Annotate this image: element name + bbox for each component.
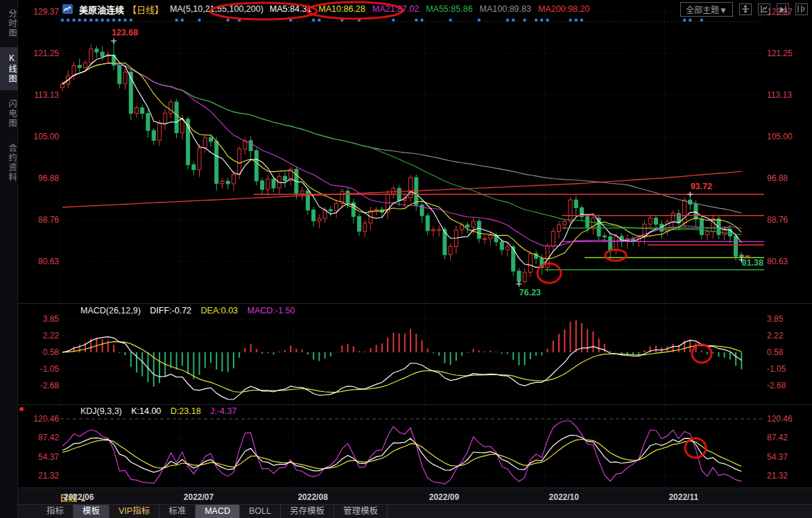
toolbar-tab-template[interactable]: 模板 [74, 505, 110, 518]
svg-text:80.63: 80.63 [767, 257, 788, 266]
svg-text:93.72: 93.72 [691, 182, 712, 191]
macd-histogram [68, 320, 741, 386]
svg-text:88.76: 88.76 [38, 215, 59, 225]
expand-panel-icon[interactable] [795, 3, 808, 15]
svg-text:-2.68: -2.68 [40, 381, 60, 390]
svg-text:21.32: 21.32 [38, 471, 59, 481]
svg-text:54.37: 54.37 [767, 452, 788, 462]
scale-right-icon[interactable] [777, 3, 789, 15]
kdj-legend: KDJ(9,3,3) K:14.00 D:23.18 J:-4.37 [80, 406, 243, 416]
x-axis-month-label: 2022/06 [64, 492, 94, 502]
svg-text:76.23: 76.23 [519, 288, 541, 297]
svg-text:88.76: 88.76 [767, 215, 788, 225]
left-tab-strip: 分时图K线图闪电图合约资料 [0, 0, 18, 518]
kdj-j-value: J:-4.37 [210, 406, 236, 416]
kdj-k-value: K:14.00 [131, 406, 161, 416]
kdj-j-line [62, 421, 741, 484]
svg-text:0.58: 0.58 [43, 347, 60, 357]
macd-dea-line [62, 342, 741, 392]
svg-text:3.85: 3.85 [43, 314, 60, 324]
x-axis-month-label: 2022/07 [184, 492, 214, 502]
x-axis-month-label: 2022/10 [549, 492, 579, 502]
svg-text:96.88: 96.88 [767, 173, 788, 183]
svg-text:113.13: 113.13 [34, 90, 59, 100]
kdj-d-value: D:23.18 [171, 406, 201, 416]
top-header: 美原油连续 【日线】 MA(5,10,21,55,100,200) MA5:84… [18, 0, 812, 18]
svg-text:121.25: 121.25 [767, 49, 793, 58]
ma-value-4: MA100:89.83 [480, 4, 531, 14]
macd-legend: MACD(26,12,9) DIFF:-0.72 DEA:0.03 MACD:-… [80, 306, 302, 316]
toolbar-tab-boll[interactable]: BOLL [240, 505, 281, 518]
svg-text:81.38: 81.38 [742, 258, 763, 268]
ma21-line [62, 63, 741, 246]
macd-diff-value: DIFF:-0.72 [150, 306, 191, 316]
scale-left-icon[interactable] [758, 3, 770, 15]
ma-value-2: MA21:87.02 [372, 4, 419, 14]
app: { "header": { "symbol": "美原油连续", "period… [0, 0, 812, 518]
macd-dea-value: DEA:0.03 [201, 306, 239, 316]
sidebar-tab-contract-info[interactable]: 合约资料 [0, 137, 18, 189]
last-price-tick [745, 255, 750, 257]
svg-text:123.68: 123.68 [112, 28, 138, 37]
svg-text:120.46: 120.46 [33, 414, 59, 424]
x-axis-month-label: 2022/08 [297, 492, 327, 502]
svg-text:2.22: 2.22 [43, 331, 60, 340]
toolbar-tab-macd[interactable]: MACD [196, 505, 240, 518]
period-tag: 【日线】 [128, 3, 164, 16]
level-lines [254, 194, 764, 270]
x-axis-bar: 日线▲ 2022/062022/072022/082022/092022/102… [18, 487, 812, 504]
svg-text:-2.68: -2.68 [767, 381, 786, 390]
toolbar-tab-indicator[interactable]: 指标 [37, 505, 74, 518]
macd-diff-line [62, 337, 741, 399]
symbol-title: 美原油连续 [79, 3, 124, 16]
sidebar-tab-flash-chart[interactable]: 闪电图 [0, 93, 18, 135]
svg-text:105.00: 105.00 [33, 132, 59, 141]
svg-text:87.42: 87.42 [767, 433, 788, 442]
pan-crosshair-icon[interactable] [739, 3, 752, 15]
toolbar-tab-vip-indicator[interactable]: VIP指标 [110, 505, 159, 518]
svg-text:96.88: 96.88 [38, 173, 59, 183]
toolbar-tab-manage-template[interactable]: 管理模板 [334, 505, 388, 518]
svg-text:105.00: 105.00 [767, 132, 793, 141]
x-axis-month-label: 2022/11 [668, 492, 698, 502]
ma200-line [62, 171, 741, 207]
svg-text:54.37: 54.37 [38, 452, 59, 462]
ma-value-0: MA5:84.31 [270, 4, 311, 14]
bottom-toolbar: 指标模板VIP指标标准MACDBOLL另存模板管理模板 [18, 504, 812, 518]
candles-layer [61, 41, 743, 284]
ma5-line [62, 55, 741, 267]
svg-text:2.22: 2.22 [767, 331, 784, 340]
svg-text:113.13: 113.13 [767, 90, 792, 100]
macd-macd-value: MACD:-1.50 [248, 306, 295, 316]
pivot-markers [111, 38, 744, 286]
toolbar-tab-standard[interactable]: 标准 [159, 505, 196, 518]
ma-value-3: MA55:85.86 [426, 4, 472, 14]
macd-name: MACD(26,12,9) [80, 306, 141, 316]
sidebar-tab-time-chart[interactable]: 分时图 [0, 3, 18, 44]
ma-value-1: MA10:86.28 [318, 4, 365, 14]
svg-text:120.46: 120.46 [767, 414, 793, 424]
ma-settings-label: MA(5,10,21,55,100,200) [170, 4, 264, 14]
kdj-name: KDJ(9,3,3) [80, 406, 122, 416]
kline-chart-icon [62, 4, 73, 14]
svg-text:0.58: 0.58 [767, 347, 784, 357]
svg-text:121.25: 121.25 [33, 49, 59, 58]
svg-text:21.32: 21.32 [767, 471, 788, 481]
svg-text:3.85: 3.85 [767, 314, 784, 324]
svg-text:-1.05: -1.05 [40, 364, 60, 374]
panel-marker-dot [19, 407, 24, 411]
event-dots [61, 19, 703, 21]
x-axis-month-label: 2022/09 [429, 492, 459, 502]
ma-value-5: MA200:98.20 [538, 4, 589, 14]
sidebar-tab-kline-chart[interactable]: K线图 [0, 47, 18, 90]
svg-text:80.63: 80.63 [38, 257, 59, 266]
toolbar-tab-save-template[interactable]: 另存模板 [281, 505, 334, 518]
ma-values: MA5:84.31MA10:86.28MA21:87.02MA55:85.86M… [270, 4, 596, 14]
theme-select-button[interactable]: 全部主题▼ [680, 2, 733, 17]
kdj-d-line [62, 440, 741, 469]
svg-text:87.42: 87.42 [38, 433, 59, 442]
svg-text:-1.05: -1.05 [767, 364, 786, 374]
